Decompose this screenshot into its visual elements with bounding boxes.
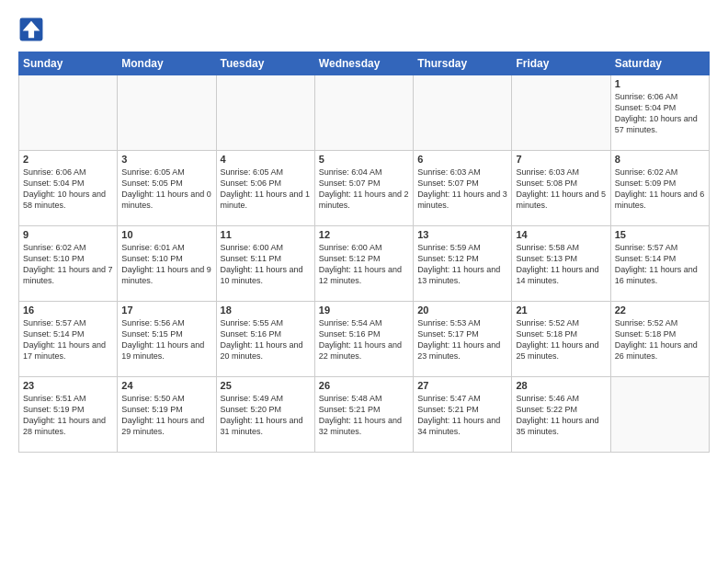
day-cell [414,75,512,151]
day-cell: 1Sunrise: 6:06 AM Sunset: 5:04 PM Daylig… [610,75,709,151]
day-number: 8 [615,154,705,165]
day-cell: 19Sunrise: 5:54 AM Sunset: 5:16 PM Dayli… [314,302,413,377]
day-cell: 25Sunrise: 5:49 AM Sunset: 5:20 PM Dayli… [216,377,314,453]
day-info: Sunrise: 5:58 AM Sunset: 5:13 PM Dayligh… [516,242,606,287]
day-info: Sunrise: 5:53 AM Sunset: 5:17 PM Dayligh… [417,317,507,362]
day-info: Sunrise: 5:56 AM Sunset: 5:15 PM Dayligh… [121,317,211,362]
day-number: 24 [121,380,211,391]
calendar-table: SundayMondayTuesdayWednesdayThursdayFrid… [18,52,710,453]
day-info: Sunrise: 5:57 AM Sunset: 5:14 PM Dayligh… [615,242,705,287]
day-cell: 14Sunrise: 5:58 AM Sunset: 5:13 PM Dayli… [512,226,610,302]
day-info: Sunrise: 6:02 AM Sunset: 5:10 PM Dayligh… [23,242,113,287]
day-cell [118,75,216,151]
day-cell: 20Sunrise: 5:53 AM Sunset: 5:17 PM Dayli… [414,302,512,377]
day-cell: 27Sunrise: 5:47 AM Sunset: 5:21 PM Dayli… [414,377,512,453]
day-cell: 23Sunrise: 5:51 AM Sunset: 5:19 PM Dayli… [19,377,118,453]
week-row-3: 16Sunrise: 5:57 AM Sunset: 5:14 PM Dayli… [19,302,710,377]
day-number: 11 [221,229,311,240]
day-number: 16 [23,304,113,316]
day-info: Sunrise: 6:01 AM Sunset: 5:10 PM Dayligh… [121,242,211,287]
day-number: 3 [121,154,211,165]
day-cell: 22Sunrise: 5:52 AM Sunset: 5:18 PM Dayli… [610,302,709,377]
day-info: Sunrise: 5:46 AM Sunset: 5:22 PM Dayligh… [516,393,606,438]
day-info: Sunrise: 5:47 AM Sunset: 5:21 PM Dayligh… [417,393,507,438]
weekday-header-saturday: Saturday [610,52,709,75]
day-cell [512,75,610,151]
day-cell: 6Sunrise: 6:03 AM Sunset: 5:07 PM Daylig… [414,151,512,226]
weekday-header-row: SundayMondayTuesdayWednesdayThursdayFrid… [19,52,710,75]
day-number: 6 [417,154,507,165]
day-number: 20 [417,304,507,316]
day-number: 21 [516,304,606,316]
day-cell: 16Sunrise: 5:57 AM Sunset: 5:14 PM Dayli… [19,302,118,377]
weekday-header-sunday: Sunday [19,52,118,75]
day-info: Sunrise: 5:48 AM Sunset: 5:21 PM Dayligh… [319,393,409,438]
day-number: 12 [319,229,409,240]
day-number: 17 [121,304,211,316]
day-info: Sunrise: 6:06 AM Sunset: 5:04 PM Dayligh… [615,91,705,136]
week-row-1: 2Sunrise: 6:06 AM Sunset: 5:04 PM Daylig… [19,151,710,226]
day-number: 1 [615,78,705,89]
day-info: Sunrise: 6:00 AM Sunset: 5:11 PM Dayligh… [221,242,311,287]
day-cell: 12Sunrise: 6:00 AM Sunset: 5:12 PM Dayli… [314,226,413,302]
logo [18,17,48,42]
day-info: Sunrise: 6:04 AM Sunset: 5:07 PM Dayligh… [319,167,409,212]
day-number: 15 [615,229,705,240]
weekday-header-tuesday: Tuesday [216,52,314,75]
day-number: 7 [516,154,606,165]
day-info: Sunrise: 6:00 AM Sunset: 5:12 PM Dayligh… [319,242,409,287]
day-cell: 8Sunrise: 6:02 AM Sunset: 5:09 PM Daylig… [610,151,709,226]
day-cell [216,75,314,151]
day-info: Sunrise: 6:06 AM Sunset: 5:04 PM Dayligh… [23,167,113,212]
day-number: 2 [23,154,113,165]
day-info: Sunrise: 5:54 AM Sunset: 5:16 PM Dayligh… [319,317,409,362]
day-number: 10 [121,229,211,240]
day-number: 26 [319,380,409,391]
weekday-header-friday: Friday [512,52,610,75]
day-cell: 11Sunrise: 6:00 AM Sunset: 5:11 PM Dayli… [216,226,314,302]
day-number: 5 [319,154,409,165]
day-number: 9 [23,229,113,240]
day-number: 28 [516,380,606,391]
weekday-header-monday: Monday [118,52,216,75]
weekday-header-wednesday: Wednesday [314,52,413,75]
day-cell: 9Sunrise: 6:02 AM Sunset: 5:10 PM Daylig… [19,226,118,302]
day-info: Sunrise: 5:59 AM Sunset: 5:12 PM Dayligh… [417,242,507,287]
day-cell: 7Sunrise: 6:03 AM Sunset: 5:08 PM Daylig… [512,151,610,226]
day-cell: 10Sunrise: 6:01 AM Sunset: 5:10 PM Dayli… [118,226,216,302]
day-cell: 21Sunrise: 5:52 AM Sunset: 5:18 PM Dayli… [512,302,610,377]
day-cell: 24Sunrise: 5:50 AM Sunset: 5:19 PM Dayli… [118,377,216,453]
day-cell: 18Sunrise: 5:55 AM Sunset: 5:16 PM Dayli… [216,302,314,377]
day-cell [19,75,118,151]
day-info: Sunrise: 6:05 AM Sunset: 5:06 PM Dayligh… [221,167,311,212]
week-row-2: 9Sunrise: 6:02 AM Sunset: 5:10 PM Daylig… [19,226,710,302]
day-number: 4 [221,154,311,165]
weekday-header-thursday: Thursday [414,52,512,75]
day-info: Sunrise: 6:03 AM Sunset: 5:08 PM Dayligh… [516,167,606,212]
day-number: 22 [615,304,705,316]
day-number: 23 [23,380,113,391]
day-info: Sunrise: 5:55 AM Sunset: 5:16 PM Dayligh… [221,317,311,362]
day-info: Sunrise: 6:03 AM Sunset: 5:07 PM Dayligh… [417,167,507,212]
day-cell: 5Sunrise: 6:04 AM Sunset: 5:07 PM Daylig… [314,151,413,226]
day-number: 19 [319,304,409,316]
day-cell: 17Sunrise: 5:56 AM Sunset: 5:15 PM Dayli… [118,302,216,377]
logo-icon [18,17,44,42]
day-cell: 13Sunrise: 5:59 AM Sunset: 5:12 PM Dayli… [414,226,512,302]
week-row-4: 23Sunrise: 5:51 AM Sunset: 5:19 PM Dayli… [19,377,710,453]
day-cell: 15Sunrise: 5:57 AM Sunset: 5:14 PM Dayli… [610,226,709,302]
day-number: 18 [221,304,311,316]
day-cell: 3Sunrise: 6:05 AM Sunset: 5:05 PM Daylig… [118,151,216,226]
day-info: Sunrise: 5:50 AM Sunset: 5:19 PM Dayligh… [121,393,211,438]
day-info: Sunrise: 5:51 AM Sunset: 5:19 PM Dayligh… [23,393,113,438]
day-info: Sunrise: 5:52 AM Sunset: 5:18 PM Dayligh… [615,317,705,362]
day-cell [610,377,709,453]
day-number: 27 [417,380,507,391]
day-cell: 26Sunrise: 5:48 AM Sunset: 5:21 PM Dayli… [314,377,413,453]
day-info: Sunrise: 5:52 AM Sunset: 5:18 PM Dayligh… [516,317,606,362]
day-info: Sunrise: 6:05 AM Sunset: 5:05 PM Dayligh… [121,167,211,212]
day-cell [314,75,413,151]
header [18,17,710,42]
day-number: 14 [516,229,606,240]
day-number: 25 [221,380,311,391]
